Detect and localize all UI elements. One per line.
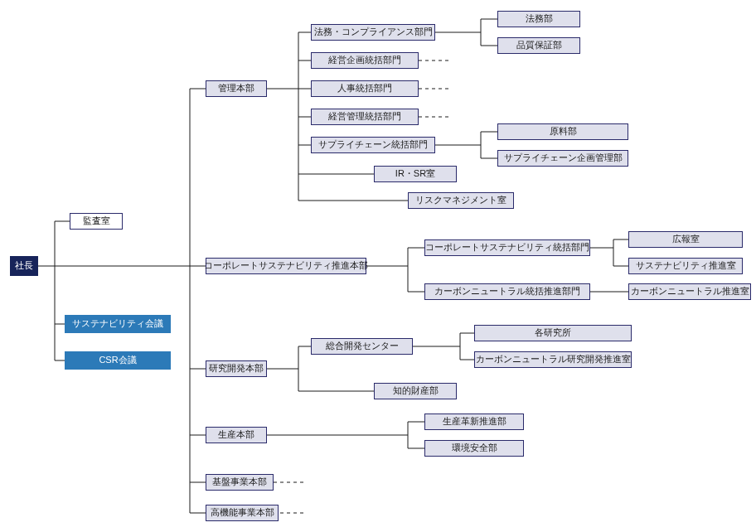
admin-mgmt-box: 経営管理統括部門: [311, 109, 419, 125]
admin-ir-label: IR・SR室: [395, 168, 435, 179]
cnpromo-dep-box: カーボンニュートラル推進室: [628, 283, 751, 300]
sustainability-council-box: サステナビリティ会議: [65, 315, 171, 333]
cnpromo-dep-label: カーボンニュートラル推進室: [631, 286, 749, 297]
corpsus-hq-label: コーポレートサステナビリティ推進本部: [204, 260, 368, 271]
admin-hr-box: 人事統括部門: [311, 80, 419, 97]
admin-legal-label: 法務・コンプライアンス部門: [314, 27, 433, 37]
suspromo-dep-box: サステナビリティ推進室: [628, 258, 743, 274]
legal-dep-box: 法務部: [497, 11, 580, 27]
cn-div-box: カーボンニュートラル統括推進部門: [424, 283, 590, 300]
corpsus-div-box: コーポレートサステナビリティ統括部門: [424, 239, 590, 256]
prod-envsafe-label: 環境安全部: [452, 443, 497, 453]
admin-hr-label: 人事統括部門: [337, 83, 392, 94]
legal-dep-label: 法務部: [526, 13, 553, 24]
audit-box: 監査室: [70, 213, 123, 230]
qa-dep-label: 品質保証部: [516, 40, 562, 51]
csr-council-box: CSR会議: [65, 351, 171, 370]
csr-council-label: CSR会議: [99, 355, 136, 365]
raw-dep-box: 原料部: [497, 123, 628, 140]
cn-div-label: カーボンニュートラル統括推進部門: [434, 286, 580, 297]
admin-mgmt-label: 経営管理統括部門: [328, 111, 401, 122]
prod-kakushin-box: 生産革新推進部: [424, 414, 524, 430]
rd-labs-label: 各研究所: [535, 327, 571, 338]
pr-dep-label: 広報室: [672, 234, 700, 244]
qa-dep-box: 品質保証部: [497, 37, 580, 54]
admin-plan-box: 経営企画統括部門: [311, 52, 419, 69]
admin-plan-label: 経営企画統括部門: [328, 55, 401, 65]
hifunc-hq-box: 高機能事業本部: [206, 505, 279, 521]
rd-center-label: 総合開発センター: [326, 341, 399, 351]
supplyplan-dep-label: サプライチェーン企画管理部: [504, 152, 623, 163]
prod-hq-label: 生産本部: [218, 429, 254, 440]
admin-supply-box: サプライチェーン統括部門: [311, 137, 435, 153]
admin-risk-label: リスクマネジメント室: [415, 195, 506, 206]
base-hq-box: 基盤事業本部: [206, 474, 274, 491]
supplyplan-dep-box: サプライチェーン企画管理部: [497, 150, 628, 167]
suspromo-dep-label: サステナビリティ推進室: [636, 260, 736, 271]
pr-dep-box: 広報室: [628, 231, 743, 248]
corpsus-div-label: コーポレートサステナビリティ統括部門: [425, 242, 589, 253]
rd-hq-box: 研究開発本部: [206, 360, 267, 377]
admin-risk-box: リスクマネジメント室: [408, 192, 514, 209]
rd-ip-box: 知的財産部: [374, 383, 457, 399]
sustainability-council-label: サステナビリティ会議: [72, 318, 163, 329]
rd-center-box: 総合開発センター: [311, 338, 413, 355]
president-box: 社長: [10, 256, 38, 276]
prod-envsafe-box: 環境安全部: [424, 440, 524, 457]
admin-hq-box: 管理本部: [206, 80, 267, 97]
admin-legal-box: 法務・コンプライアンス部門: [311, 24, 435, 41]
corpsus-hq-box: コーポレートサステナビリティ推進本部: [206, 258, 366, 274]
admin-supply-label: サプライチェーン統括部門: [318, 139, 428, 150]
base-hq-label: 基盤事業本部: [212, 476, 267, 487]
prod-hq-box: 生産本部: [206, 427, 267, 443]
audit-label: 監査室: [83, 215, 110, 226]
admin-ir-box: IR・SR室: [374, 166, 457, 182]
hifunc-hq-label: 高機能事業本部: [211, 507, 274, 518]
raw-dep-label: 原料部: [550, 126, 577, 137]
rd-cn-box: カーボンニュートラル研究開発推進室: [474, 351, 632, 368]
rd-hq-label: 研究開発本部: [209, 363, 264, 374]
rd-cn-label: カーボンニュートラル研究開発推進室: [476, 354, 631, 365]
president-label: 社長: [15, 260, 33, 271]
rd-labs-box: 各研究所: [474, 325, 632, 341]
prod-kakushin-label: 生産革新推進部: [443, 416, 506, 427]
rd-ip-label: 知的財産部: [393, 385, 439, 396]
admin-hq-label: 管理本部: [218, 83, 254, 94]
